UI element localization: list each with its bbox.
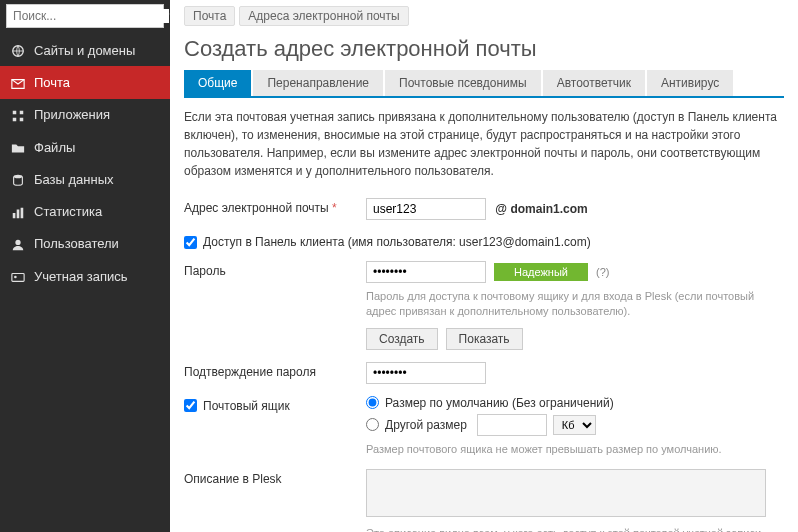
sidebar-item-files[interactable]: Файлы — [0, 131, 170, 163]
size-input[interactable] — [477, 414, 547, 436]
mailbox-checkbox[interactable] — [184, 399, 197, 412]
svg-point-9 — [15, 240, 20, 245]
svg-point-5 — [14, 175, 23, 179]
breadcrumb-item[interactable]: Адреса электронной почты — [239, 6, 408, 26]
generate-button[interactable]: Создать — [366, 328, 438, 350]
breadcrumb-item[interactable]: Почта — [184, 6, 235, 26]
chart-icon — [10, 203, 26, 219]
email-input[interactable] — [366, 198, 486, 220]
sidebar-item-label: Базы данных — [34, 172, 114, 187]
desc-label: Описание в Plesk — [184, 469, 354, 486]
sidebar-item-apps[interactable]: Приложения — [0, 99, 170, 131]
row-mailbox: Почтовый ящик Размер по умолчанию (Без о… — [170, 390, 798, 463]
tab-antivirus[interactable]: Антивирус — [647, 70, 733, 96]
row-confirm: Подтверждение пароля — [170, 356, 798, 390]
row-access: Доступ в Панель клиента (имя пользовател… — [170, 226, 798, 255]
sidebar-item-label: Статистика — [34, 204, 102, 219]
mailbox-label: Почтовый ящик — [203, 399, 290, 413]
search-input[interactable] — [7, 9, 169, 23]
mail-icon — [10, 74, 26, 90]
globe-icon — [10, 42, 26, 58]
size-hint: Размер почтового ящика не может превышат… — [366, 442, 784, 457]
desc-textarea[interactable] — [366, 469, 766, 517]
sidebar-item-sites[interactable]: Сайты и домены — [0, 34, 170, 66]
sidebar-item-label: Учетная запись — [34, 269, 128, 284]
user-icon — [10, 236, 26, 252]
access-checkbox[interactable] — [184, 236, 197, 249]
svg-rect-6 — [13, 213, 16, 218]
size-default-label: Размер по умолчанию (Без ограничений) — [385, 396, 614, 410]
svg-rect-1 — [13, 111, 17, 115]
database-icon — [10, 171, 26, 187]
svg-point-11 — [14, 276, 17, 279]
sidebar-item-label: Файлы — [34, 140, 75, 155]
svg-rect-3 — [13, 118, 17, 122]
show-button[interactable]: Показать — [446, 328, 523, 350]
size-unit-select[interactable]: Кб — [553, 415, 596, 435]
svg-rect-8 — [21, 208, 24, 219]
page-title: Создать адрес электронной почты — [170, 32, 798, 70]
apps-icon — [10, 107, 26, 123]
row-email: Адрес электронной почты * @ domain1.com — [170, 192, 798, 226]
sidebar-item-label: Сайты и домены — [34, 43, 135, 58]
email-label: Адрес электронной почты * — [184, 198, 354, 215]
sidebar: Сайты и домены Почта Приложения Файлы Ба… — [0, 0, 170, 532]
folder-icon — [10, 139, 26, 155]
password-strength: Надежный — [494, 263, 588, 281]
email-domain: @ domain1.com — [495, 202, 587, 216]
sidebar-item-label: Почта — [34, 75, 70, 90]
size-default-radio[interactable] — [366, 396, 379, 409]
sidebar-item-mail[interactable]: Почта — [0, 66, 170, 98]
row-description: Описание в Plesk Это описание видно всем… — [170, 463, 798, 532]
sidebar-item-label: Приложения — [34, 107, 110, 122]
svg-rect-2 — [20, 111, 24, 115]
sidebar-item-users[interactable]: Пользователи — [0, 228, 170, 260]
card-icon — [10, 268, 26, 284]
sidebar-item-stats[interactable]: Статистика — [0, 195, 170, 227]
sidebar-item-account[interactable]: Учетная запись — [0, 260, 170, 292]
search-box — [6, 4, 164, 28]
tab-aliases[interactable]: Почтовые псевдонимы — [385, 70, 541, 96]
password-input[interactable] — [366, 261, 486, 283]
tab-general[interactable]: Общие — [184, 70, 251, 96]
size-other-label: Другой размер — [385, 418, 467, 432]
confirm-label: Подтверждение пароля — [184, 362, 354, 379]
password-label: Пароль — [184, 261, 354, 278]
access-label: Доступ в Панель клиента (имя пользовател… — [203, 235, 591, 249]
confirm-input[interactable] — [366, 362, 486, 384]
tab-autoresponder[interactable]: Автоответчик — [543, 70, 645, 96]
size-other-radio[interactable] — [366, 418, 379, 431]
main-content: Почта Адреса электронной почты Создать а… — [170, 0, 798, 532]
desc-hint: Это описание видно всем, у кого есть дос… — [366, 526, 784, 532]
tabs: Общие Перенаправление Почтовые псевдоним… — [184, 70, 784, 98]
row-password: Пароль Надежный (?) Пароль для доступа к… — [170, 255, 798, 356]
info-text: Если эта почтовая учетная запись привяза… — [170, 108, 798, 192]
svg-rect-4 — [20, 118, 24, 122]
breadcrumb: Почта Адреса электронной почты — [170, 0, 798, 32]
sidebar-item-label: Пользователи — [34, 236, 119, 251]
password-hint: Пароль для доступа к почтовому ящику и д… — [366, 289, 784, 320]
sidebar-item-databases[interactable]: Базы данных — [0, 163, 170, 195]
password-help-icon[interactable]: (?) — [596, 266, 609, 278]
svg-rect-10 — [12, 274, 24, 282]
tab-forwarding[interactable]: Перенаправление — [253, 70, 383, 96]
svg-rect-7 — [17, 209, 20, 218]
